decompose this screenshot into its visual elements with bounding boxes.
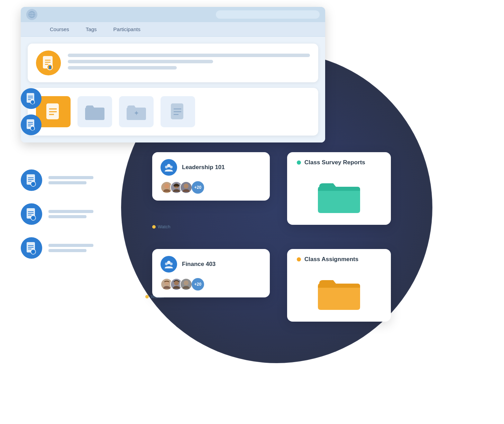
tab-participants[interactable]: Participants: [105, 22, 149, 36]
browser-nav: Courses Tags Participants: [21, 22, 325, 37]
sidebar-item-c: 👤: [21, 237, 93, 259]
svg-text:👤: 👤: [31, 183, 35, 186]
folder-svg-survey: [317, 176, 361, 214]
watch-badge-1: Watch: [152, 224, 170, 229]
sidebar-lines-b: [48, 210, 93, 218]
sline-b2: [48, 215, 86, 218]
sidebar-item-1: 👤: [21, 88, 42, 109]
sidebar-lines-c: [48, 244, 93, 252]
scene: Courses Tags Participants 👤: [0, 0, 504, 424]
sidebar-icon-a: 👤: [21, 169, 42, 191]
folder-title-survey: Class Survey Reports: [304, 159, 365, 166]
class-card-leadership: Leadership 101: [152, 152, 270, 201]
class-title-leadership: Leadership 101: [182, 164, 225, 171]
sidebar-icon-c: 👤: [21, 237, 42, 259]
avatar-plus-finance: +20: [192, 278, 204, 291]
folder-card-survey: Class Survey Reports: [287, 152, 391, 225]
address-bar[interactable]: [216, 10, 320, 19]
svg-point-56: [165, 262, 168, 265]
browser-content: 👤: [21, 37, 325, 142]
folder-icon-container-survey: [297, 173, 381, 218]
sidebar-item-b: 👤: [21, 203, 93, 225]
svg-text:👤: 👤: [31, 250, 35, 254]
globe-icon: [26, 9, 37, 20]
tab-courses[interactable]: Courses: [42, 22, 77, 36]
line-1: [68, 54, 310, 57]
sidebar-icon-2: 👤: [21, 114, 42, 135]
svg-text:👤: 👤: [31, 101, 34, 104]
svg-point-54: [184, 184, 189, 188]
sidebar-item-2: 👤: [21, 114, 42, 135]
avatar-3: [180, 181, 192, 194]
sline-c2: [48, 249, 86, 252]
course-icon-orange: 👤: [36, 50, 61, 75]
course-card-main: 👤: [28, 44, 318, 82]
dot-green: [297, 160, 301, 165]
blue-sidebar-items-upper: 👤 👤: [21, 88, 42, 135]
sidebar-items-main: 👤 👤: [21, 169, 93, 259]
svg-text:👤: 👤: [31, 127, 34, 130]
class-avatar-finance: [161, 256, 177, 273]
sidebar-lines-a: [48, 176, 93, 184]
tab-tags[interactable]: Tags: [77, 22, 105, 36]
course-text-lines: [68, 54, 310, 72]
avatar-row-leadership: +20: [161, 181, 262, 194]
watch-dot-2: [145, 295, 149, 298]
svg-text:✦: ✦: [134, 109, 139, 117]
dot-orange: [297, 257, 301, 261]
sline-c1: [48, 244, 93, 247]
icon-grid-card: ✦: [28, 88, 318, 136]
sline-a2: [48, 181, 86, 184]
grid-icon-doc2: [161, 96, 195, 127]
line-3: [68, 66, 177, 70]
sline-b1: [48, 210, 93, 213]
sidebar-icon-1: 👤: [21, 88, 42, 109]
avatar-row-finance: +20: [161, 278, 262, 291]
svg-point-51: [170, 166, 173, 168]
grid-icon-folder1: [77, 96, 112, 127]
watch-label-1: Watch: [158, 224, 170, 229]
folder-svg-assignments: [317, 273, 361, 311]
grid-icon-star: ✦: [119, 96, 154, 127]
class-card-header-leadership: Leadership 101: [161, 159, 262, 176]
sidebar-item-a: 👤: [21, 169, 93, 191]
avatar-f3: [180, 278, 192, 291]
class-card-header-finance: Finance 403: [161, 256, 262, 273]
svg-point-60: [184, 280, 189, 285]
sline-a1: [48, 176, 93, 179]
svg-text:👤: 👤: [48, 65, 52, 70]
svg-point-50: [165, 166, 168, 168]
svg-point-52: [164, 184, 169, 188]
watch-dot-1: [152, 225, 156, 229]
folder-card-assignments: Class Assignments: [287, 249, 391, 322]
sidebar-icon-b: 👤: [21, 203, 42, 225]
folder-title-assignments: Class Assignments: [304, 256, 358, 263]
class-card-finance: Finance 403: [152, 249, 270, 297]
browser-window: Courses Tags Participants 👤: [21, 7, 325, 142]
svg-text:👤: 👤: [31, 216, 35, 220]
browser-titlebar: [21, 7, 325, 22]
svg-point-57: [170, 262, 173, 265]
class-avatar-leadership: [161, 159, 177, 176]
avatar-plus-leadership: +20: [192, 181, 204, 194]
line-2: [68, 60, 213, 63]
folder-card-label-assignments: Class Assignments: [297, 256, 381, 263]
folder-card-label-survey: Class Survey Reports: [297, 159, 381, 166]
class-title-finance: Finance 403: [182, 261, 216, 268]
folder-icon-container-assignments: [297, 270, 381, 315]
